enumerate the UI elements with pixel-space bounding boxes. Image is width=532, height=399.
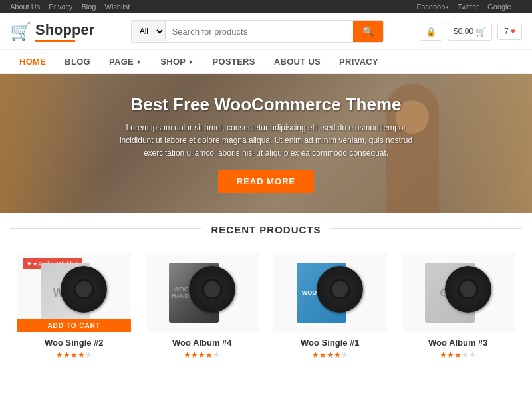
product-card: WOOTHEMES RANDOM SALE Woo Album #4 ★★★★★ — [138, 245, 267, 367]
nav-home[interactable]: HOME — [10, 50, 55, 73]
site-header: 🛒 Shopper All 🔍 🔒 $0.00 🛒 7 ♥ — [0, 13, 532, 50]
products-grid: ♥ ♥ Add to Wishlist Woo ADD TO CART Woo … — [0, 242, 532, 374]
topbar-googleplus[interactable]: Google+ — [487, 3, 515, 11]
topbar-twitter[interactable]: Twitter — [458, 3, 479, 11]
album-vinyl — [189, 266, 235, 313]
topbar-privacy[interactable]: Privacy — [49, 3, 72, 11]
logo[interactable]: 🛒 Shopper — [10, 21, 94, 42]
wishlist-count: 7 — [504, 27, 509, 36]
wishlist-button[interactable]: 7 ♥ — [497, 23, 522, 40]
main-nav: HOME BLOG PAGE ▼ SHOP ▼ POSTERS ABOUT US… — [0, 50, 532, 74]
topbar-wishlist[interactable]: Wishlist — [105, 3, 130, 11]
product-image-wrap: ♥ ♥ Add to Wishlist Woo ADD TO CART — [17, 253, 131, 332]
logo-cart-icon: 🛒 — [10, 21, 31, 42]
heart-icon: ♥ — [511, 27, 515, 36]
section-title: RECENT PRODUCTS — [0, 213, 532, 242]
cart-icon: 🛒 — [475, 27, 486, 37]
product-card: WOOTHEMES Woo Single #1 ★★★★★ — [266, 245, 394, 367]
product-rating: ★★★★★ — [273, 350, 387, 360]
search-category-select[interactable]: All — [132, 21, 166, 41]
product-album-art: WOOTHEMES — [297, 259, 363, 326]
top-bar-right: Facebook Twitter Google+ — [416, 3, 522, 11]
cart-button[interactable]: $0.00 🛒 — [448, 23, 492, 41]
heart-icon: ♥ — [27, 260, 31, 267]
product-name: Woo Album #3 — [402, 338, 515, 348]
logo-text-wrap: Shopper — [35, 21, 94, 42]
product-image-wrap: WOOTHEMES — [273, 253, 387, 332]
product-name: Woo Single #1 — [273, 338, 387, 348]
album-vinyl — [61, 266, 107, 313]
product-image-wrap: WOOTHEMES RANDOM SALE — [146, 253, 259, 332]
products-section: RECENT PRODUCTS ♥ ♥ Add to Wishlist Woo … — [0, 213, 532, 374]
product-name: Woo Album #4 — [146, 338, 259, 348]
nav-page[interactable]: PAGE ▼ — [100, 50, 151, 73]
album-vinyl — [317, 266, 363, 313]
product-card: ⚙⚙ Woo Album #3 ★★★★★ — [394, 245, 523, 367]
account-button[interactable]: 🔒 — [420, 23, 442, 41]
product-album-art: Woo — [41, 259, 107, 326]
product-name: Woo Single #2 — [17, 338, 131, 348]
product-rating: ★★★★★ — [402, 350, 515, 360]
chevron-down-icon: ▼ — [136, 59, 142, 65]
topbar-facebook[interactable]: Facebook — [416, 3, 448, 11]
album-vinyl — [445, 266, 491, 313]
nav-shop[interactable]: SHOP ▼ — [151, 50, 203, 73]
lock-icon: 🔒 — [426, 27, 436, 37]
header-icons: 🔒 $0.00 🛒 7 ♥ — [420, 23, 522, 41]
product-album-art: WOOTHEMES RANDOM SALE — [169, 259, 235, 326]
logo-label: Shopper — [35, 21, 94, 39]
cart-price: $0.00 — [454, 27, 473, 36]
nav-blog[interactable]: BLOG — [55, 50, 100, 73]
nav-posters[interactable]: POSTERS — [203, 50, 265, 73]
chevron-down-icon: ▼ — [188, 59, 194, 65]
top-bar: About Us Privacy Blog Wishlist Facebook … — [0, 0, 532, 13]
hero-section: Best Free WooCommerce Theme Lorem ipsum … — [0, 74, 532, 213]
hero-body: Lorem ipsum dolor sit amet, consectetur … — [113, 122, 419, 160]
add-to-cart-button[interactable]: ADD TO CART — [17, 319, 131, 332]
search-button[interactable]: 🔍 — [353, 21, 383, 42]
topbar-about[interactable]: About Us — [10, 3, 40, 11]
search-bar: All 🔍 — [131, 20, 384, 43]
search-icon: 🔍 — [362, 26, 374, 37]
product-card: ♥ ♥ Add to Wishlist Woo ADD TO CART Woo … — [10, 245, 138, 367]
search-input[interactable] — [166, 22, 353, 41]
product-image-wrap: ⚙⚙ — [402, 253, 515, 332]
nav-about[interactable]: ABOUT US — [265, 50, 330, 73]
logo-underline — [35, 40, 75, 42]
hero-title: Best Free WooCommerce Theme — [113, 94, 419, 115]
hero-content: Best Free WooCommerce Theme Lorem ipsum … — [100, 94, 432, 194]
topbar-blog[interactable]: Blog — [81, 3, 96, 11]
top-bar-left: About Us Privacy Blog Wishlist — [10, 3, 136, 11]
product-album-art: ⚙⚙ — [425, 259, 491, 326]
nav-privacy[interactable]: PRIVACY — [330, 50, 388, 73]
product-rating: ★★★★★ — [17, 350, 131, 360]
hero-cta-button[interactable]: READ MORE — [218, 170, 314, 193]
product-rating: ★★★★★ — [146, 350, 259, 360]
